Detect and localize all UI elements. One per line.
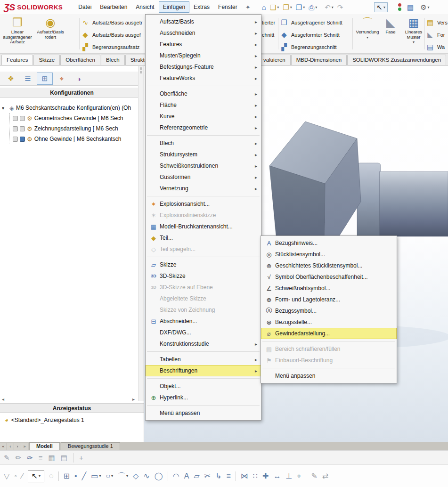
open-document-icon[interactable]: ❐▾ <box>281 3 293 12</box>
menu-item-form-und-lagetoleranz[interactable]: ⊕Form- und Lagetoleranz... <box>261 294 397 305</box>
toolbar-button-lineares-muster[interactable]: ▦Lineares Muster▾ <box>400 15 427 52</box>
menu-item-kurve[interactable]: Kurve▸ <box>146 111 261 122</box>
save-icon[interactable]: ❒▾ <box>294 3 307 12</box>
rapid-sketch-icon[interactable]: ✎ <box>311 472 317 480</box>
menubar-item-fenster[interactable]: Fenster <box>214 1 242 13</box>
dimxpertmanager-tab-icon[interactable]: ⌖ <box>54 73 70 85</box>
polygon-tool-icon[interactable]: ◇ <box>133 472 138 480</box>
menu-item-featureworks[interactable]: FeatureWorks▸ <box>146 73 261 84</box>
mirror-entities-icon[interactable]: ⋈ <box>241 472 248 480</box>
dropdown-caret-icon[interactable]: ▾ <box>367 35 368 40</box>
dropdown-caret-icon[interactable]: ▾ <box>383 5 385 9</box>
rectangle-tool-icon[interactable]: ▭▾ <box>91 472 101 480</box>
last-tab-icon[interactable]: » <box>21 443 28 450</box>
propertymanager-tab-icon[interactable]: ☰ <box>20 73 36 85</box>
menu-item-skizze[interactable]: ▱Skizze <box>146 259 261 270</box>
annotation-pencil-icon[interactable]: ✎ <box>4 454 10 461</box>
dropdown-caret-icon[interactable]: ▾ <box>413 40 415 44</box>
layer-icon[interactable]: ▤ <box>61 454 67 461</box>
new-document-icon[interactable]: ❏▾ <box>268 3 281 12</box>
menubar-item-bearbeiten[interactable]: Bearbeiten <box>96 1 131 13</box>
menu-item-schwei-konstruktionen[interactable]: Schweißkonstruktionen▸ <box>146 160 261 171</box>
toolbar-item-ausgeformter-schnitt[interactable]: ◆Ausgeformter Schnitt <box>280 29 342 41</box>
plane-tool-icon[interactable]: ▱ <box>194 472 199 480</box>
menu-item-fl-che[interactable]: Fläche▸ <box>146 99 261 111</box>
menu-item-aufsatz-basis[interactable]: Aufsatz/Basis▸ <box>146 16 261 27</box>
toolbar-item-for[interactable]: ◣For <box>426 29 448 41</box>
next-tab-icon[interactable]: › <box>14 443 21 450</box>
toolbar-item-vers[interactable]: ▤Vers <box>426 16 448 29</box>
display-state-item[interactable]: ◕ <Standard>_Anzeigestatus 1 <box>5 416 84 423</box>
sketch-fillet-icon[interactable]: ◠ <box>173 472 179 480</box>
select-cursor-icon[interactable]: ↖▾ <box>28 470 44 482</box>
toolbar-button-aufsatz-basis-rotiert[interactable]: ◉Aufsatz/Basis rotiert <box>35 15 66 52</box>
ds-home-icon[interactable]: ⌂ <box>260 3 268 12</box>
menu-item-bezugssymbol[interactable]: ⒶBezugssymbol... <box>261 305 397 317</box>
move-entities-icon[interactable]: ✚ <box>262 472 269 480</box>
menu-item-bezugshinweis[interactable]: ABezugshinweis... <box>261 237 397 249</box>
sketch-point-icon[interactable]: • <box>74 472 77 480</box>
menu-item-features[interactable]: Features▸ <box>146 39 261 50</box>
note-pencil-icon[interactable]: ✏ <box>16 454 22 461</box>
select-cursor-icon[interactable]: ↖▾ <box>374 2 388 12</box>
toolbar-button-linear-ausgetragener-aufsatz[interactable]: ❒Linear ausgetragener Aufsatz <box>2 15 33 52</box>
tree-item-ohne-gewinde-m6-sechskantsch[interactable]: ⚙Ohne Gewinde [ M6 Sechskantsch <box>13 134 136 144</box>
toolbar-item-begrenzungsaufsatz[interactable]: ▞Begrenzungsaufsatz <box>81 41 142 53</box>
menubar-item-einf-gen[interactable]: Einfügen <box>159 1 189 13</box>
menu-item-struktursystem[interactable]: Struktursystem▸ <box>146 149 261 160</box>
status-indicator-icon[interactable] <box>396 2 403 12</box>
offset-entities-icon[interactable]: ≡ <box>226 472 230 480</box>
toolbar-item-ausgetragener-schnitt[interactable]: ❒Ausgetragener Schnitt <box>280 16 342 29</box>
pin-toolbar-icon[interactable]: + <box>79 454 83 461</box>
sketch-text-icon[interactable]: A <box>184 472 189 480</box>
menu-item-tabellen[interactable]: Tabellen▸ <box>146 354 261 365</box>
menu-item-hyperlink[interactable]: ⊕Hyperlink... <box>146 392 261 403</box>
menu-item-3d-skizze[interactable]: 3D3D-Skizze <box>146 270 261 282</box>
task-pane-icon[interactable]: ▤ <box>405 3 415 12</box>
tab-skizze[interactable]: Skizze <box>33 55 60 65</box>
menu-item-bezugsstelle[interactable]: ⊗Bezugsstelle... <box>261 317 397 328</box>
panel-h-scrollbar[interactable]: ◂ ▸ <box>0 396 137 402</box>
panel-v-scrollbar[interactable] <box>138 66 144 401</box>
convert-entities-icon[interactable]: ↳ <box>215 472 221 480</box>
tab-mbd-dimensionen[interactable]: MBD-Dimensionen <box>291 55 347 65</box>
tab-blech[interactable]: Blech <box>101 55 125 65</box>
filter-vertices-icon[interactable]: ◦ <box>14 472 17 480</box>
smart-dimension-icon[interactable]: ↔ <box>273 472 281 480</box>
tab-valuieren[interactable]: valuieren <box>258 55 291 65</box>
splitter-grip[interactable] <box>140 71 142 73</box>
linear-sketch-pattern-icon[interactable]: ∷ <box>253 472 258 480</box>
dropdown-caret-icon[interactable]: ▾ <box>277 5 279 9</box>
toolbar-item-begrenzungsschnitt[interactable]: ▞Begrenzungsschnitt <box>280 41 342 53</box>
first-tab-icon[interactable]: « <box>0 443 7 450</box>
splitter-grip[interactable] <box>140 67 142 70</box>
add-relation-icon[interactable]: ⊥ <box>285 472 292 480</box>
undo-icon[interactable]: ↶▾ <box>323 3 335 12</box>
menu-item-blech[interactable]: Blech▸ <box>146 138 261 149</box>
grid-toggle-icon[interactable]: ▦ <box>49 454 55 461</box>
menu-item-schwei-nahtsymbol[interactable]: ∠Schweißnahtsymbol... <box>261 283 397 294</box>
scroll-left-icon[interactable]: ◂ <box>2 397 4 402</box>
toolbar-item-aufsatz-basis-ausgef[interactable]: ◆Aufsatz/Basis ausgef <box>81 29 142 41</box>
menu-item-gewindedarstellung[interactable]: ⌀Gewindedarstellung... <box>261 328 397 339</box>
instant2d-icon[interactable]: ⇄ <box>322 472 328 480</box>
menubar-item-datei[interactable]: Datei <box>74 1 96 13</box>
toolbar-button-verrundung[interactable]: ⌒Verrundung▾ <box>354 15 381 52</box>
menu-item-abschneiden[interactable]: ⊟Abschneiden... <box>146 316 261 327</box>
tree-item-zeichnungsdarstellung-m6-sech[interactable]: ⚙Zeichnungsdarstellung [ M6 Sech <box>13 123 136 134</box>
menu-item-muster-spiegeln[interactable]: Muster/Spiegeln▸ <box>146 50 261 61</box>
grid-system-icon[interactable]: ⊞ <box>64 472 70 480</box>
options-gear-icon[interactable]: ⚙▾ <box>418 3 431 12</box>
pin-star-icon[interactable]: ✦ <box>245 4 251 11</box>
scroll-right-icon[interactable]: ▸ <box>132 397 135 402</box>
redo-icon[interactable]: ↷ <box>335 3 345 12</box>
menu-item-modell-bruchkantenansicht[interactable]: ▦Modell-Bruchkantenansicht... <box>146 221 261 232</box>
tab-features[interactable]: Features <box>1 55 33 65</box>
line-tool-icon[interactable]: ╱ <box>82 472 87 480</box>
toolbar-item-wa[interactable]: ▤Wa <box>426 41 448 53</box>
dropdown-caret-icon[interactable]: ▾ <box>332 5 334 9</box>
menu-item-gussformen[interactable]: Gussformen▸ <box>146 171 261 183</box>
menu-item-men-anpassen[interactable]: Menü anpassen <box>146 407 261 419</box>
featuremanager-tab-icon[interactable]: ❖ <box>3 73 19 85</box>
menu-item-beschriftungen[interactable]: Beschriftungen▸ <box>146 365 261 376</box>
